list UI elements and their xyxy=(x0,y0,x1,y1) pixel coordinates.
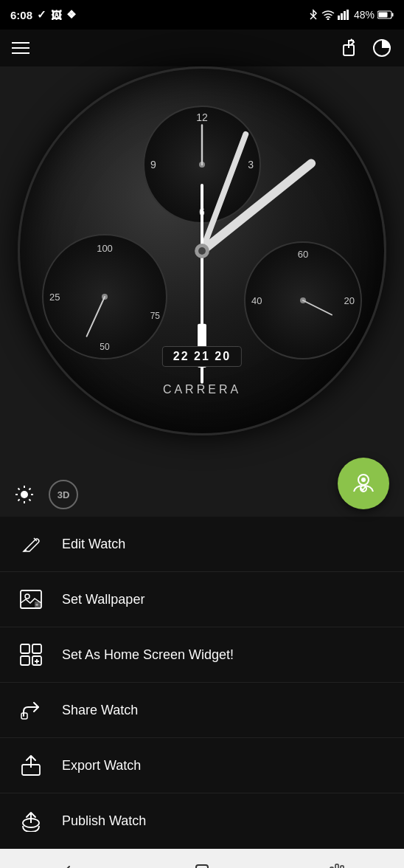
back-button[interactable] xyxy=(38,856,97,868)
svg-rect-50 xyxy=(196,865,208,868)
export-icon xyxy=(18,752,44,779)
check-icon: ✓ xyxy=(37,8,46,21)
svg-line-28 xyxy=(29,489,30,490)
brand-name: CARRERA xyxy=(163,383,241,396)
svg-line-26 xyxy=(18,489,20,490)
svg-rect-40 xyxy=(32,644,41,653)
status-right: 48% xyxy=(308,9,394,21)
svg-rect-39 xyxy=(21,644,29,653)
export-watch-label: Export Watch xyxy=(62,758,141,774)
publish-watch-label: Publish Watch xyxy=(62,813,146,829)
watch-face-container: 12 3 6 9 100 25 50 75 60 40 xyxy=(0,30,404,472)
svg-point-31 xyxy=(361,478,366,482)
status-bar: 6:08 ✓ 🖼 ❖ 48% xyxy=(0,0,404,30)
svg-rect-6 xyxy=(392,13,394,17)
top-nav-right xyxy=(341,38,392,58)
battery-icon xyxy=(377,10,394,19)
svg-rect-3 xyxy=(344,11,346,20)
battery-display: 48% xyxy=(354,9,375,21)
svg-rect-2 xyxy=(341,13,343,20)
nav-bar xyxy=(0,849,404,868)
svg-rect-7 xyxy=(379,13,388,18)
recents-button[interactable] xyxy=(307,856,366,868)
menu-item-edit[interactable]: Edit Watch xyxy=(0,517,404,572)
svg-line-27 xyxy=(29,499,30,500)
wifi-icon xyxy=(321,10,335,20)
svg-point-21 xyxy=(21,491,28,498)
svg-text:+: + xyxy=(35,602,38,607)
bluetooth-icon xyxy=(308,9,318,21)
widget-icon xyxy=(18,641,44,668)
svg-rect-4 xyxy=(346,10,349,20)
menu-item-publish[interactable]: Publish Watch xyxy=(0,793,404,849)
edit-icon xyxy=(18,531,44,557)
menu-item-export[interactable]: Export Watch xyxy=(0,738,404,793)
wallpaper-label: Set Wallpaper xyxy=(62,592,144,607)
bottom-toolbar: 3D xyxy=(0,472,404,517)
menu-item-wallpaper[interactable]: + Set Wallpaper xyxy=(0,572,404,627)
threed-button[interactable]: 3D xyxy=(49,480,78,509)
timelapse-icon[interactable] xyxy=(372,38,392,58)
watch-hands xyxy=(20,69,384,433)
brightness-icon[interactable] xyxy=(15,485,34,504)
hamburger-menu[interactable] xyxy=(12,42,29,54)
menu-section: Edit Watch + Set Wallpaper xyxy=(0,517,404,849)
fab-button[interactable] xyxy=(338,458,389,509)
svg-rect-52 xyxy=(335,864,338,868)
share-watch-icon xyxy=(18,697,44,723)
top-nav xyxy=(0,30,404,66)
watch-face: 12 3 6 9 100 25 50 75 60 40 xyxy=(18,66,386,435)
home-button[interactable] xyxy=(173,856,231,868)
svg-point-0 xyxy=(327,18,329,21)
signal-icon xyxy=(338,10,351,20)
dropbox-icon: ❖ xyxy=(66,8,76,21)
time-display: 6:08 xyxy=(10,9,32,21)
share-watch-label: Share Watch xyxy=(62,703,138,718)
menu-item-widget[interactable]: Set As Home Screen Widget! xyxy=(0,627,404,683)
share-icon[interactable] xyxy=(341,38,361,58)
svg-rect-1 xyxy=(338,16,340,20)
edit-watch-label: Edit Watch xyxy=(62,537,125,552)
wallpaper-icon: + xyxy=(18,586,44,613)
svg-rect-41 xyxy=(21,656,29,665)
svg-point-20 xyxy=(198,247,206,255)
image-icon: 🖼 xyxy=(51,9,62,21)
menu-item-share[interactable]: Share Watch xyxy=(0,683,404,738)
widget-label: Set As Home Screen Widget! xyxy=(62,647,234,663)
status-left: 6:08 ✓ 🖼 ❖ xyxy=(10,8,76,21)
date-display: 22 21 20 xyxy=(162,346,242,367)
svg-point-36 xyxy=(25,594,29,599)
svg-line-29 xyxy=(18,499,20,500)
publish-icon xyxy=(18,808,44,835)
